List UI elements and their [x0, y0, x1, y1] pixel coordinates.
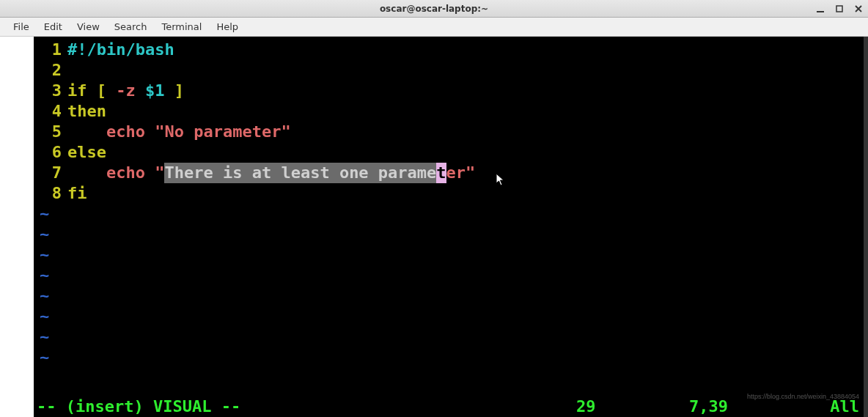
titlebar: oscar@oscar-laptop:~ [0, 0, 868, 18]
code-token: fi [67, 183, 87, 204]
tilde-marker: ~ [37, 245, 49, 265]
tilde-marker: ~ [37, 204, 49, 224]
status-mode: -- (insert) VISUAL -- [34, 396, 240, 417]
tilde-marker: ~ [37, 347, 49, 368]
code-line[interactable]: 4then [37, 101, 864, 122]
menu-terminal[interactable]: Terminal [155, 20, 207, 34]
code-token: then [67, 101, 106, 122]
tilde-marker: ~ [37, 327, 49, 347]
code-token: "No parameter" [155, 122, 290, 142]
code-token [106, 81, 116, 101]
line-number: 4 [37, 101, 67, 122]
code-token [165, 81, 174, 101]
code-token: er [446, 163, 466, 183]
code-token: echo [106, 122, 145, 142]
line-number: 7 [37, 163, 67, 183]
code-line[interactable]: 5 echo "No parameter" [37, 122, 864, 142]
code-token: if [67, 81, 87, 101]
code-token [87, 81, 97, 101]
menu-file[interactable]: File [7, 20, 35, 34]
maximize-button[interactable] [834, 4, 845, 14]
code-token [145, 163, 155, 183]
watermark: https://blog.csdn.net/weixin_43884054 [747, 386, 859, 407]
window-controls [815, 4, 864, 14]
code-token [145, 122, 155, 142]
code-line[interactable]: 8fi [37, 183, 864, 204]
menu-edit[interactable]: Edit [38, 20, 68, 34]
status-count: 29 [576, 396, 596, 417]
code-token: ] [174, 81, 184, 101]
code-line[interactable]: 1#!/bin/bash [37, 40, 864, 60]
code-token [67, 122, 106, 142]
status-position: 7,39 [689, 396, 728, 417]
menu-search[interactable]: Search [108, 20, 153, 34]
code-token: else [67, 142, 106, 163]
terminal-window: oscar@oscar-laptop:~ File Edit View Sear… [0, 0, 868, 417]
code-token: #!/bin/bash [67, 40, 174, 60]
tilde-marker: ~ [37, 265, 49, 286]
code-line[interactable]: 6else [37, 142, 864, 163]
tilde-marker: ~ [37, 224, 49, 245]
line-number: 2 [37, 60, 67, 81]
window-title: oscar@oscar-laptop:~ [380, 4, 488, 14]
code-token: " [466, 163, 475, 183]
minimize-button[interactable] [815, 4, 825, 14]
scrollbar[interactable] [864, 37, 868, 417]
line-number: 1 [37, 40, 67, 60]
code-content[interactable]: 1#!/bin/bash23if [ -z $1 ]4then5 echo "N… [37, 40, 864, 204]
code-token: $1 [145, 81, 165, 101]
svg-rect-1 [836, 6, 842, 12]
code-token [136, 81, 145, 101]
editor-area[interactable]: 1#!/bin/bash23if [ -z $1 ]4then5 echo "N… [34, 37, 864, 417]
menu-help[interactable]: Help [210, 20, 244, 34]
line-number: 8 [37, 183, 67, 204]
code-token: There is at least one parame [164, 163, 436, 183]
code-token: " [155, 163, 164, 183]
code-line[interactable]: 2 [37, 60, 864, 81]
code-token: t [436, 163, 446, 183]
close-button[interactable] [853, 4, 864, 14]
status-bar: -- (insert) VISUAL -- 29 7,39 All [34, 396, 864, 417]
tilde-marker: ~ [37, 306, 49, 327]
code-line[interactable]: 3if [ -z $1 ] [37, 81, 864, 101]
menu-view[interactable]: View [71, 20, 106, 34]
line-number: 3 [37, 81, 67, 101]
empty-lines: ~~~~~~~~ [37, 204, 864, 368]
menubar: File Edit View Search Terminal Help [0, 18, 868, 37]
code-token: -z [116, 81, 136, 101]
line-number: 5 [37, 122, 67, 142]
tilde-marker: ~ [37, 286, 49, 306]
code-line[interactable]: 7 echo "There is at least one parameter" [37, 163, 864, 183]
svg-rect-0 [817, 11, 824, 12]
code-token: echo [106, 163, 145, 183]
code-token [67, 163, 106, 183]
code-token: [ [97, 81, 106, 101]
line-number: 6 [37, 142, 67, 163]
